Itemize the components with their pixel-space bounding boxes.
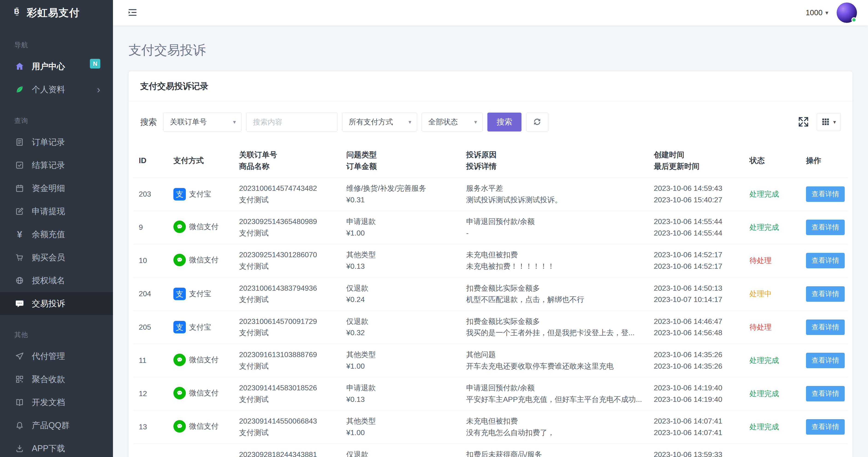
status-text: 待处理 (749, 256, 772, 265)
cell-time: 2023-10-06 14:07:412023-10-06 14:07:41 (648, 410, 744, 444)
order-field-select[interactable]: 关联订单号 ▾ (163, 113, 242, 132)
sidebar-item-docs[interactable]: 开发文档 (0, 391, 113, 414)
settle-icon (14, 161, 25, 170)
cell-id: 204 (133, 277, 168, 311)
table-tools: ▾ (798, 113, 841, 131)
cell-pay: 支支付宝 (168, 178, 234, 211)
sidebar-item-funds[interactable]: 资金明细 (0, 177, 113, 200)
sidebar-item-qq-group[interactable]: 产品QQ群 (0, 414, 113, 437)
column-header: 关联订单号商品名称 (234, 143, 341, 178)
cell-reason: 扣费金额比实际金额多机型不匹配退款，点击，解绑也不行 (461, 277, 648, 311)
sidebar-item-payout[interactable]: 代付管理 (0, 345, 113, 368)
fullscreen-button[interactable] (798, 116, 809, 128)
view-detail-button[interactable]: 查看详情 (806, 419, 845, 435)
search-input[interactable] (246, 113, 338, 132)
cell-id: 203 (133, 178, 168, 211)
send-icon (14, 351, 25, 361)
view-detail-button[interactable]: 查看详情 (806, 319, 845, 335)
cell-id (133, 444, 168, 457)
sidebar-item-label: 开发文档 (32, 397, 65, 408)
cell-issue: 其他类型¥1.00 (341, 344, 461, 377)
sidebar-nav: 导航用户中心N个人资料›查询订单记录结算记录资金明细申请提现¥余额充值购买会员授… (0, 25, 113, 457)
table-row: 9微信支付2023092514365480989支付测试申请退款¥1.00申请退… (133, 211, 848, 244)
column-header: 操作 (801, 143, 848, 178)
complaints-table: ID支付方式关联订单号商品名称问题类型订单金额投诉原因投诉详情创建时间最后更新时… (133, 143, 848, 457)
search-toolbar: 搜索 关联订单号 ▾ 所有支付方式 ▾ 全部状态 ▾ 搜索 (129, 102, 852, 132)
complaints-table-wrap: ID支付方式关联订单号商品名称问题类型订单金额投诉原因投诉详情创建时间最后更新时… (129, 143, 852, 457)
search-button[interactable]: 搜索 (487, 113, 522, 132)
sidebar-item-withdraw[interactable]: 申请提现 (0, 200, 113, 223)
column-header: ID (133, 143, 168, 178)
cell-status: 待处理 (744, 311, 801, 344)
column-header: 问题类型订单金额 (341, 143, 461, 178)
view-detail-button[interactable]: 查看详情 (806, 253, 845, 268)
table-row: 10微信支付2023092514301286070支付测试其他类型¥0.13未充… (133, 244, 848, 277)
cell-reason: 服务水平差测试投诉测试投诉测试投诉。 (461, 178, 648, 211)
cell-time: 2023-10-06 14:19:402023-10-06 14:19:40 (648, 377, 744, 410)
comment-icon (14, 299, 25, 308)
sidebar: B 彩虹易支付 导航用户中心N个人资料›查询订单记录结算记录资金明细申请提现¥余… (0, 0, 113, 457)
pay-method-select[interactable]: 所有支付方式 ▾ (342, 113, 417, 132)
sidebar-item-recharge[interactable]: ¥余额充值 (0, 223, 113, 246)
cell-action: 查看详情 (801, 244, 848, 277)
status-text: 处理中 (749, 289, 772, 298)
sidebar-item-label: 产品QQ群 (32, 420, 70, 431)
cell-issue: 维修/换货/补发/完善服务¥0.31 (341, 178, 461, 211)
sidebar-item-app-download[interactable]: APP下载 (0, 437, 113, 457)
sidebar-toggle-button[interactable] (127, 7, 138, 19)
cell-reason: 申请退回预付款/余额- (461, 211, 648, 244)
view-detail-button[interactable]: 查看详情 (806, 386, 845, 401)
view-detail-button[interactable]: 查看详情 (806, 220, 845, 235)
refresh-button[interactable] (526, 113, 548, 132)
menu-toggle-icon (127, 7, 138, 19)
sidebar-item-vip[interactable]: 购买会员 (0, 246, 113, 269)
sidebar-item-label: 余额充值 (32, 229, 65, 240)
table-row: 12微信支付2023091414583018526支付测试申请退款¥0.13申请… (133, 377, 848, 410)
cell-pay: 支支付宝 (168, 311, 234, 344)
sidebar-item-user-center[interactable]: 用户中心N (0, 55, 113, 78)
sidebar-item-settlements[interactable]: 结算记录 (0, 154, 113, 177)
status-text: 处理完成 (749, 223, 779, 231)
cell-reason: 未充电但被扣费未充电被扣费！！！！！！ (461, 244, 648, 277)
cell-order: 2023100614574743482支付测试 (234, 178, 341, 211)
cell-order: 2023091414550066843支付测试 (234, 410, 341, 444)
alipay-icon: 支 (174, 288, 186, 300)
sidebar-item-label: 订单记录 (32, 137, 65, 148)
cell-issue: 仅退款¥0.32 (341, 311, 461, 344)
status-select[interactable]: 全部状态 ▾ (422, 113, 483, 132)
wechat-icon (174, 387, 186, 399)
sidebar-item-profile[interactable]: 个人资料› (0, 78, 113, 101)
grid-icon (822, 118, 830, 126)
cell-order: 2023092514301286070支付测试 (234, 244, 341, 277)
cell-pay: 微信支付 (168, 244, 234, 277)
sidebar-item-complaints[interactable]: 交易投诉 (0, 292, 113, 315)
content: 支付交易投诉 支付交易投诉记录 搜索 关联订单号 ▾ 所有支付方式 ▾ 全部 (113, 25, 868, 457)
cell-action: 查看详情 (801, 344, 848, 377)
cell-id: 11 (133, 344, 168, 377)
balance-dropdown[interactable]: 1000 ▾ (806, 8, 828, 17)
status-text: 处理完成 (749, 356, 779, 365)
table-row: 11微信支付2023091613103888769支付测试其他类型¥1.00其他… (133, 344, 848, 377)
view-detail-button[interactable]: 查看详情 (806, 187, 845, 202)
cell-status: 处理完成 (744, 211, 801, 244)
sidebar-item-domains[interactable]: 授权域名 (0, 269, 113, 292)
sidebar-item-label: 结算记录 (32, 160, 65, 171)
cell-issue: 其他类型¥0.13 (341, 244, 461, 277)
user-avatar[interactable] (837, 3, 857, 23)
bitcoin-icon: B (12, 6, 22, 19)
sidebar-item-label: 代付管理 (32, 351, 65, 362)
cell-id: 9 (133, 211, 168, 244)
sidebar-item-orders[interactable]: 订单记录 (0, 131, 113, 154)
table-row: 204支支付宝2023100614383794936支付测试仅退款¥0.24扣费… (133, 277, 848, 311)
view-detail-button[interactable]: 查看详情 (806, 353, 845, 368)
caret-down-icon: ▾ (833, 119, 836, 125)
sidebar-item-aggregate[interactable]: 聚合收款 (0, 368, 113, 391)
brand[interactable]: B 彩虹易支付 (0, 0, 113, 25)
cell-id: 12 (133, 377, 168, 410)
view-detail-button[interactable]: 查看详情 (806, 286, 845, 302)
cell-status: 待处理 (744, 244, 801, 277)
columns-toggle-button[interactable]: ▾ (817, 113, 841, 131)
cell-order: 2023091613103888769支付测试 (234, 344, 341, 377)
cell-action: 查看详情 (801, 178, 848, 211)
cell-order: 2023091414583018526支付测试 (234, 377, 341, 410)
